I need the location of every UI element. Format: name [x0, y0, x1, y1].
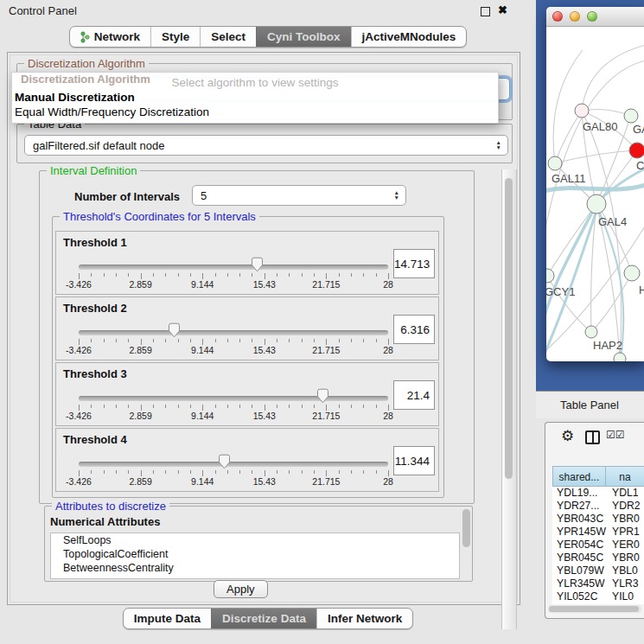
network-node-h[interactable]: [624, 265, 640, 281]
threshold-value-field[interactable]: 14.713: [393, 249, 435, 278]
checked-box-icon: ☑: [615, 429, 625, 441]
algorithm-group-title: Discretization Algorithm: [24, 57, 149, 70]
table-row[interactable]: YER054CYER0: [552, 539, 644, 552]
spinner-arrows-icon[interactable]: ▲ ▼: [496, 140, 501, 150]
tick-label: -3.426: [66, 345, 92, 355]
slider-track[interactable]: [79, 396, 388, 401]
numerical-attributes-list[interactable]: SelfLoopsTopologicalCoefficientBetweenne…: [50, 532, 460, 579]
tick-mark: [363, 470, 364, 474]
table-scrollbar-thumb[interactable]: [549, 606, 639, 612]
tick-mark: [289, 339, 290, 342]
table-cell: YDL19...: [552, 487, 607, 500]
tick-mark: [128, 470, 129, 474]
control-panel-titlebar: Control Panel ✖: [0, 0, 536, 22]
threshold-value-field[interactable]: 6.316: [393, 315, 435, 344]
network-node-ga[interactable]: [624, 109, 638, 123]
table-row[interactable]: YLR345WYLR3: [552, 577, 644, 590]
close-traffic-light-icon[interactable]: [552, 11, 563, 22]
tick-mark: [289, 470, 290, 474]
interval-definition-title: Interval Definition: [47, 164, 140, 177]
table-row[interactable]: YIL052CYIL0: [552, 590, 644, 603]
apply-button[interactable]: Apply: [214, 580, 268, 598]
tick-label: 28: [383, 279, 393, 290]
column-header-name[interactable]: na: [606, 466, 644, 487]
slider-track[interactable]: [79, 265, 388, 270]
float-icon[interactable]: [481, 7, 490, 16]
popup-item-equal-width-frequency[interactable]: Equal Width/Frequency Discretization: [15, 105, 209, 118]
tick-mark: [116, 470, 117, 474]
slider-track[interactable]: [79, 462, 388, 467]
table-row[interactable]: YPR145WYPR1: [552, 526, 644, 539]
network-canvas[interactable]: GAL80GACGAL11GAL4GCY1HHAP2: [546, 26, 644, 361]
table-row[interactable]: YDR27...YDR2: [552, 500, 644, 513]
threshold-value-field[interactable]: 11.344: [393, 446, 435, 475]
spinner-arrows-icon[interactable]: ▲ ▼: [394, 190, 399, 201]
tick-mark: [227, 405, 228, 408]
numerical-attributes-label: Numerical Attributes: [50, 515, 160, 528]
gear-icon[interactable]: ⚙: [561, 427, 574, 445]
network-node-gal11[interactable]: [548, 156, 562, 170]
tab-impute-data[interactable]: Impute Data: [124, 609, 211, 628]
popup-item-manual-discretization[interactable]: Manual Discretization: [15, 91, 135, 104]
tick-mark: [239, 339, 240, 342]
tick-label: 28: [383, 476, 393, 487]
zoom-traffic-light-icon[interactable]: [587, 11, 597, 22]
tick-mark: [326, 470, 327, 476]
table-row[interactable]: YDL19...YDL1: [552, 487, 644, 500]
network-node-hap2[interactable]: [585, 326, 597, 338]
tab-label: Impute Data: [134, 612, 201, 625]
network-node-gcy1[interactable]: [546, 269, 554, 283]
content-vertical-scrollbar[interactable]: [501, 169, 517, 629]
tick-mark: [141, 470, 142, 476]
network-icon: [80, 31, 90, 43]
attribute-item-selfloops[interactable]: SelfLoops: [51, 533, 459, 547]
attributes-list-scrollbar-thumb[interactable]: [462, 509, 470, 547]
select-columns-icons[interactable]: ☑☑: [606, 429, 625, 441]
tab-jactivemnodules[interactable]: jActiveMNodules: [351, 27, 467, 47]
table-horizontal-scrollbar[interactable]: [548, 605, 641, 613]
network-node-gal4[interactable]: [587, 194, 606, 214]
tick-mark: [202, 470, 203, 476]
tick-mark: [289, 273, 290, 277]
tab-infer-network[interactable]: Infer Network: [316, 609, 412, 628]
tab-discretize-data[interactable]: Discretize Data: [211, 609, 316, 628]
table-cell: YER0: [607, 539, 644, 552]
tick-mark: [165, 273, 166, 277]
popup-placeholder-item[interactable]: Select algorithm to view settings: [12, 76, 498, 89]
column-header-shared-name[interactable]: shared...: [552, 466, 606, 487]
network-node-gal80[interactable]: [575, 104, 589, 118]
tick-mark: [265, 339, 265, 345]
network-window[interactable]: GAL80GACGAL11GAL4GCY1HHAP2: [546, 7, 644, 361]
table-row[interactable]: YBR045CYBR0: [552, 552, 644, 564]
network-node[interactable]: [614, 353, 626, 361]
tab-network[interactable]: Network: [70, 27, 150, 47]
tab-style[interactable]: Style: [150, 27, 200, 47]
tick-label: 15.43: [253, 411, 276, 421]
tick-mark: [351, 405, 352, 408]
column-layout-icon[interactable]: [585, 430, 600, 444]
table-cell: YLR345W: [552, 577, 607, 590]
table-row[interactable]: YBR043CYBR0: [552, 513, 644, 526]
minimize-traffic-light-icon[interactable]: [570, 11, 580, 22]
tick-mark: [141, 339, 142, 345]
slider-thumb[interactable]: [218, 454, 231, 469]
tick-mark: [104, 273, 105, 277]
threshold-value-field[interactable]: 21.4: [393, 380, 435, 410]
slider-thumb[interactable]: [168, 322, 181, 338]
tick-mark: [190, 405, 191, 408]
attributes-list-scrollbar[interactable]: [462, 508, 471, 550]
slider-thumb[interactable]: [251, 257, 264, 272]
slider-thumb[interactable]: [316, 388, 329, 404]
tab-select[interactable]: Select: [200, 27, 256, 47]
number-of-intervals-combobox[interactable]: 5 ▲ ▼: [192, 185, 406, 206]
close-icon[interactable]: ✖: [498, 3, 507, 16]
slider-track[interactable]: [79, 330, 388, 335]
table-row[interactable]: YBL079WYBL0: [552, 564, 644, 577]
attribute-item-topologicalcoefficient[interactable]: TopologicalCoefficient: [51, 547, 459, 561]
tick-mark: [376, 339, 377, 342]
tab-cyni-toolbox[interactable]: Cyni Toolbox: [256, 27, 351, 47]
content-scrollbar-thumb[interactable]: [505, 178, 513, 479]
table-data-combobox[interactable]: galFiltered.sif default node ▲ ▼: [24, 135, 508, 156]
attribute-item-betweennesscentrality[interactable]: BetweennessCentrality: [51, 561, 459, 575]
network-node-c[interactable]: [629, 143, 644, 158]
